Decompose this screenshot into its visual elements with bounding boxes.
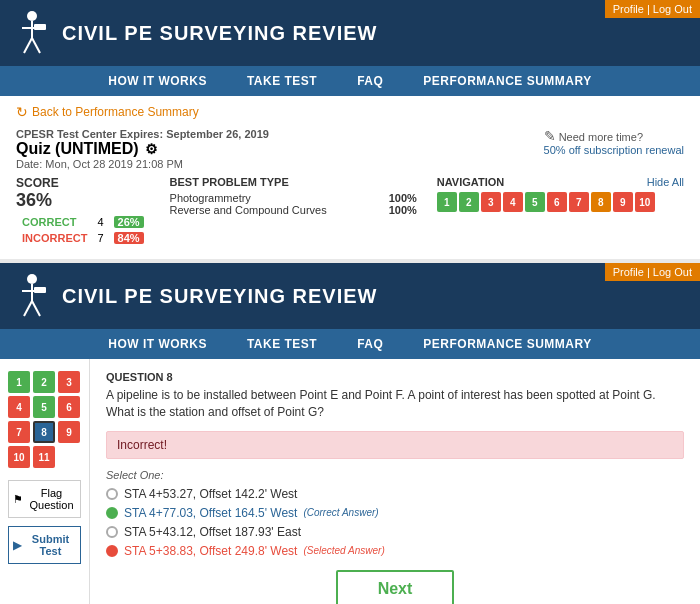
quiz-logo: CIVIL PE SURVEYING REVIEW: [12, 271, 377, 321]
main-header: CIVIL PE SURVEYING REVIEW Profile | Log …: [0, 0, 700, 66]
svg-point-0: [27, 11, 37, 21]
score-block: SCORE 36% CORRECT 4 26% INCORRECT 7 84%: [16, 176, 150, 247]
hide-all-link[interactable]: Hide All: [647, 176, 684, 188]
quiz-surveyor-icon: [12, 271, 52, 321]
performance-section: ↻ Back to Performance Summary CPESR Test…: [0, 96, 700, 259]
score-value: 36%: [16, 190, 150, 211]
settings-icon: ⚙: [145, 141, 158, 157]
surveyor-icon: [12, 8, 52, 58]
radio-3[interactable]: [106, 526, 118, 538]
navigation-block: NAVIGATION Hide All 12345678910: [437, 176, 684, 212]
test-center-expires: CPESR Test Center Expires: September 26,…: [16, 128, 524, 140]
question-text: A pipeline is to be installed between Po…: [106, 387, 684, 421]
header-auth[interactable]: Profile | Log Out: [605, 0, 700, 18]
nav-how-it-works[interactable]: HOW IT WORKS: [108, 74, 207, 88]
quiz-info-left: CPESR Test Center Expires: September 26,…: [16, 128, 524, 170]
best-problem-1-name: Photogrammetry: [170, 192, 251, 204]
submit-icon: ▶: [13, 539, 21, 552]
nav-label-row: NAVIGATION Hide All: [437, 176, 684, 188]
need-more-time: ✎ Need more time? 50% off subscription r…: [544, 128, 684, 156]
q-num-10[interactable]: 10: [8, 446, 30, 468]
correct-pct: 26%: [114, 216, 144, 228]
quiz-date: Date: Mon, Oct 28 2019 21:08 PM: [16, 158, 524, 170]
answer-option-2[interactable]: STA 4+77.03, Offset 164.5' West (Correct…: [106, 506, 684, 520]
radio-4[interactable]: [106, 545, 118, 557]
incorrect-label: INCORRECT: [18, 231, 91, 245]
best-problem-2-pct: 100%: [389, 204, 417, 216]
q-num-7[interactable]: 7: [8, 421, 30, 443]
radio-2[interactable]: [106, 507, 118, 519]
answer-option-1[interactable]: STA 4+53.27, Offset 142.2' West: [106, 487, 684, 501]
answer-text-3: STA 5+43.12, Offset 187.93' East: [124, 525, 301, 539]
best-problem-block: BEST PROBLEM TYPE Photogrammetry 100% Re…: [170, 176, 417, 216]
quiz-body: 1234567891011 ⚑ Flag Question ▶ Submit T…: [0, 359, 700, 604]
incorrect-banner: Incorrect!: [106, 431, 684, 459]
best-problem-row-1: Photogrammetry 100%: [170, 192, 417, 204]
answer-text-1: STA 4+53.27, Offset 142.2' West: [124, 487, 297, 501]
flag-question-button[interactable]: ⚑ Flag Question: [8, 480, 81, 518]
back-link[interactable]: ↻ Back to Performance Summary: [16, 104, 684, 120]
svg-rect-11: [34, 287, 46, 293]
correct-label: CORRECT: [18, 215, 91, 229]
svg-line-4: [32, 38, 40, 53]
nav-num-5[interactable]: 5: [525, 192, 545, 212]
q-num-9[interactable]: 9: [58, 421, 80, 443]
nav-num-2[interactable]: 2: [459, 192, 479, 212]
q-num-1[interactable]: 1: [8, 371, 30, 393]
quiz-nav-take-test[interactable]: TAKE TEST: [247, 337, 317, 351]
pencil-icon: ✎: [544, 128, 556, 144]
q-num-2[interactable]: 2: [33, 371, 55, 393]
next-btn-container: Next: [106, 570, 684, 604]
question-sidebar: 1234567891011 ⚑ Flag Question ▶ Submit T…: [0, 359, 90, 604]
answer-text-4: STA 5+38.83, Offset 249.8' West: [124, 544, 297, 558]
answer-option-4[interactable]: STA 5+38.83, Offset 249.8' West (Selecte…: [106, 544, 684, 558]
nav-num-8[interactable]: 8: [591, 192, 611, 212]
nav-num-9[interactable]: 9: [613, 192, 633, 212]
nav-take-test[interactable]: TAKE TEST: [247, 74, 317, 88]
incorrect-count: 7: [93, 231, 107, 245]
nav-num-1[interactable]: 1: [437, 192, 457, 212]
quiz-nav-performance-summary[interactable]: PERFORMANCE SUMMARY: [423, 337, 591, 351]
best-problem-1-pct: 100%: [389, 192, 417, 204]
best-problem-2-name: Reverse and Compound Curves: [170, 204, 327, 216]
answer-text-2: STA 4+77.03, Offset 164.5' West: [124, 506, 297, 520]
back-arrow-icon: ↻: [16, 104, 28, 120]
q-num-5[interactable]: 5: [33, 396, 55, 418]
quiz-info-row: CPESR Test Center Expires: September 26,…: [16, 128, 684, 170]
score-row: SCORE 36% CORRECT 4 26% INCORRECT 7 84% …: [16, 176, 684, 247]
q-num-3[interactable]: 3: [58, 371, 80, 393]
nav-num-10[interactable]: 10: [635, 192, 655, 212]
quiz-header-auth[interactable]: Profile | Log Out: [605, 263, 700, 281]
quiz-nav-faq[interactable]: FAQ: [357, 337, 383, 351]
select-one: Select One:: [106, 469, 684, 481]
nav-num-4[interactable]: 4: [503, 192, 523, 212]
quiz-nav-how-it-works[interactable]: HOW IT WORKS: [108, 337, 207, 351]
nav-performance-summary[interactable]: PERFORMANCE SUMMARY: [423, 74, 591, 88]
submit-test-button[interactable]: ▶ Submit Test: [8, 526, 81, 564]
nav-num-7[interactable]: 7: [569, 192, 589, 212]
answer-note-2: (Correct Answer): [303, 507, 378, 518]
nav-num-6[interactable]: 6: [547, 192, 567, 212]
flag-icon: ⚑: [13, 493, 23, 506]
q-num-6[interactable]: 6: [58, 396, 80, 418]
nav-numbers: 12345678910: [437, 192, 684, 212]
next-button[interactable]: Next: [336, 570, 455, 604]
radio-1[interactable]: [106, 488, 118, 500]
svg-point-6: [27, 274, 37, 284]
subscription-link[interactable]: 50% off subscription renewal: [544, 144, 684, 156]
nav-faq[interactable]: FAQ: [357, 74, 383, 88]
q-num-4[interactable]: 4: [8, 396, 30, 418]
quiz-header: CIVIL PE SURVEYING REVIEW Profile | Log …: [0, 263, 700, 329]
q-num-11[interactable]: 11: [33, 446, 55, 468]
quiz-container: CIVIL PE SURVEYING REVIEW Profile | Log …: [0, 263, 700, 604]
quiz-nav: HOW IT WORKS TAKE TEST FAQ PERFORMANCE S…: [0, 329, 700, 359]
nav-num-3[interactable]: 3: [481, 192, 501, 212]
main-nav: HOW IT WORKS TAKE TEST FAQ PERFORMANCE S…: [0, 66, 700, 96]
answer-option-3[interactable]: STA 5+43.12, Offset 187.93' East: [106, 525, 684, 539]
q-num-8[interactable]: 8: [33, 421, 55, 443]
best-problem-row-2: Reverse and Compound Curves 100%: [170, 204, 417, 216]
svg-line-9: [24, 301, 32, 316]
back-link-text[interactable]: Back to Performance Summary: [32, 105, 199, 119]
svg-line-10: [32, 301, 40, 316]
answer-note-4: (Selected Answer): [303, 545, 384, 556]
